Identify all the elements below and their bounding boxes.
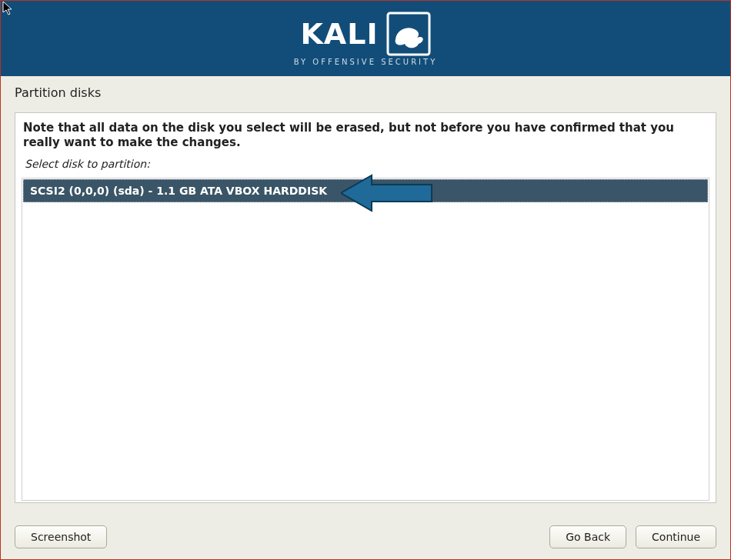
banner: KALI BY OFFENSIVE SECURITY (1, 1, 730, 76)
screenshot-button[interactable]: Screenshot (15, 525, 107, 548)
page-title: Partition disks (15, 85, 716, 100)
disk-list: SCSI2 (0,0,0) (sda) - 1.1 GB ATA VBOX HA… (22, 178, 709, 501)
warning-text: Note that all data on the disk you selec… (20, 119, 711, 155)
banner-subtitle: BY OFFENSIVE SECURITY (294, 58, 438, 66)
disk-item[interactable]: SCSI2 (0,0,0) (sda) - 1.1 GB ATA VBOX HA… (23, 179, 708, 202)
dragon-icon (386, 12, 431, 56)
select-hint: Select disk to partition: (20, 155, 711, 176)
content-frame: Note that all data on the disk you selec… (15, 112, 716, 503)
continue-button[interactable]: Continue (636, 525, 716, 548)
go-back-button[interactable]: Go Back (549, 525, 626, 548)
button-bar: Screenshot Go Back Continue (15, 525, 716, 548)
page-title-area: Partition disks (1, 76, 730, 112)
logo-text: KALI (300, 17, 378, 51)
logo: KALI (300, 12, 430, 56)
